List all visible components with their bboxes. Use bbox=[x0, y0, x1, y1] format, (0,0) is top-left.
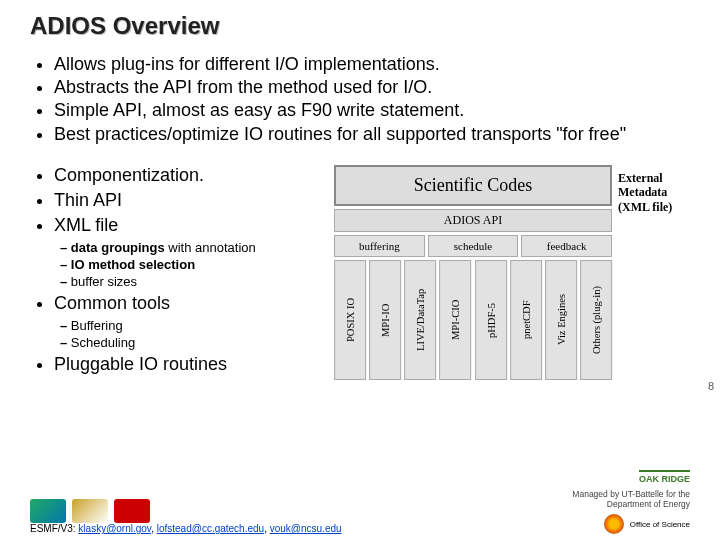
transport-cell: Others (plug-in) bbox=[580, 260, 612, 380]
feature-cell: schedule bbox=[428, 235, 519, 257]
office-label: Office of Science bbox=[630, 520, 690, 529]
top-bullets: Allows plug-ins for different I/O implem… bbox=[30, 54, 690, 147]
transport-cell: LIVE/DataTap bbox=[404, 260, 436, 380]
bullet-item: Pluggable IO routines bbox=[54, 354, 320, 375]
managed-by-text: Managed by UT-Battelle for the Departmen… bbox=[550, 490, 690, 510]
sdm-logo-icon bbox=[30, 499, 66, 523]
scientific-codes-box: Scientific Codes bbox=[334, 165, 612, 206]
bullet-item: Best practices/optimize IO routines for … bbox=[54, 124, 690, 145]
page-number: 8 bbox=[708, 380, 714, 392]
email-link[interactable]: lofstead@cc.gatech.edu bbox=[157, 523, 264, 534]
architecture-diagram: Scientific Codes ADIOS API buffering sch… bbox=[334, 165, 612, 380]
footer-left: ESMF/V3: klasky@ornl.gov, lofstead@cc.ga… bbox=[30, 493, 342, 534]
feature-row: buffering schedule feedback bbox=[334, 235, 612, 257]
feature-cell: feedback bbox=[521, 235, 612, 257]
sub-bullet: Scheduling bbox=[60, 335, 320, 350]
feature-cell: buffering bbox=[334, 235, 425, 257]
bullet-item: Simple API, almost as easy as F90 write … bbox=[54, 100, 690, 121]
common-sub-bullets: Buffering Scheduling bbox=[54, 318, 320, 350]
right-column: Scientific Codes ADIOS API buffering sch… bbox=[334, 165, 690, 380]
adios-api-box: ADIOS API bbox=[334, 209, 612, 232]
bullet-item: Abstracts the API from the method used f… bbox=[54, 77, 690, 98]
refs-prefix: ESMF/V3: bbox=[30, 523, 78, 534]
transport-cell: MPI-CIO bbox=[439, 260, 471, 380]
transport-cell: pnetCDF bbox=[510, 260, 542, 380]
ncstate-logo-icon bbox=[114, 499, 150, 523]
transport-cell: MPI-IO bbox=[369, 260, 401, 380]
transport-cell: pHDF-5 bbox=[475, 260, 507, 380]
sub-bold: IO method selection bbox=[71, 257, 195, 272]
email-link[interactable]: vouk@ncsu.edu bbox=[270, 523, 342, 534]
sub-bold: data groupings bbox=[71, 240, 165, 255]
ext-meta-line: (XML file) bbox=[618, 200, 690, 214]
ornl-block: OAK RIDGE Managed by UT-Battelle for the… bbox=[550, 468, 690, 510]
sub-bullet: data groupings with annotation bbox=[60, 240, 320, 255]
email-link[interactable]: klasky@ornl.gov bbox=[78, 523, 151, 534]
bullet-item: Common tools Buffering Scheduling bbox=[54, 293, 320, 350]
oak-ridge-logo: OAK RIDGE bbox=[639, 470, 690, 484]
sub-rest: buffer sizes bbox=[71, 274, 137, 289]
xml-sub-bullets: data groupings with annotation IO method… bbox=[54, 240, 320, 289]
bullet-label: Common tools bbox=[54, 293, 170, 313]
sponsor-logos bbox=[30, 499, 342, 523]
secondary-bullets: Componentization. Thin API XML file data… bbox=[30, 165, 320, 375]
transport-cell: Viz Engines bbox=[545, 260, 577, 380]
sub-bullet: buffer sizes bbox=[60, 274, 320, 289]
bullet-item: Componentization. bbox=[54, 165, 320, 186]
sub-bullet: IO method selection bbox=[60, 257, 320, 272]
ext-meta-line: External bbox=[618, 171, 690, 185]
sub-rest: with annotation bbox=[165, 240, 256, 255]
sub-bullet: Buffering bbox=[60, 318, 320, 333]
left-column: Componentization. Thin API XML file data… bbox=[30, 165, 320, 380]
lower-columns: Componentization. Thin API XML file data… bbox=[30, 165, 690, 380]
transports-row: POSIX IO MPI-IO LIVE/DataTap MPI-CIO pHD… bbox=[334, 260, 612, 380]
bullet-item: XML file data groupings with annotation … bbox=[54, 215, 320, 289]
bullet-label: XML file bbox=[54, 215, 118, 235]
transport-cell: POSIX IO bbox=[334, 260, 366, 380]
external-metadata-label: External Metadata (XML file) bbox=[618, 165, 690, 214]
contact-refs: ESMF/V3: klasky@ornl.gov, lofstead@cc.ga… bbox=[30, 523, 342, 534]
bullet-item: Allows plug-ins for different I/O implem… bbox=[54, 54, 690, 75]
office-of-science-icon bbox=[604, 514, 624, 534]
bullet-item: Thin API bbox=[54, 190, 320, 211]
slide: ADIOS Overview Allows plug-ins for diffe… bbox=[0, 0, 720, 540]
content-area: Allows plug-ins for different I/O implem… bbox=[30, 54, 690, 380]
georgia-tech-logo-icon bbox=[72, 499, 108, 523]
page-title: ADIOS Overview bbox=[30, 12, 690, 40]
ext-meta-line: Metadata bbox=[618, 185, 690, 199]
footer-right: Office of Science bbox=[604, 514, 690, 534]
